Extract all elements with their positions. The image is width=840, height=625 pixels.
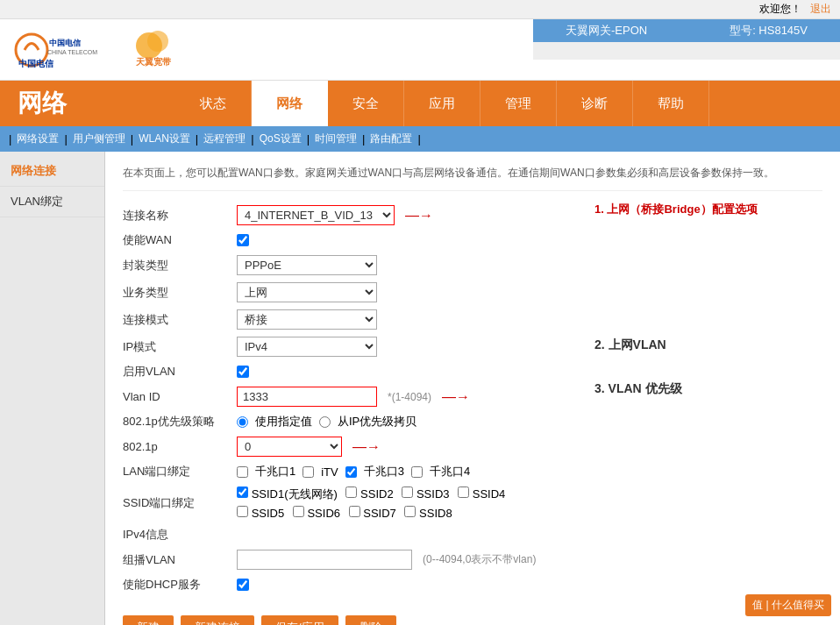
select-connection-name[interactable]: 4_INTERNET_B_VID_13 [237,205,395,225]
input-multicast-vlan[interactable] [237,550,412,570]
sub-nav: | 网络设置 | 用户侧管理 | WLAN设置 | 远程管理 | QoS设置 |… [0,126,840,152]
china-telecom-logo-icon: 中国电信 中国电信 CHINA TELECOM [14,28,119,72]
checkbox-enable-wan[interactable] [237,234,249,246]
field-8021p-strategy: 802.1p优先级策略 使用指定值 从IP优先级拷贝 [123,410,594,433]
sub-nav-time[interactable]: 时间管理 [310,130,362,148]
nav-item-app[interactable]: 应用 [404,81,481,126]
value-enable-wan [237,234,594,246]
checkbox-gigabit1[interactable] [237,466,248,478]
button-row: 新建 新建连接 保存/应用 删除 [123,607,594,625]
checkbox-ssid3[interactable] [402,487,413,498]
annotation-1-text: 1. 上网（桥接Bridge）配置选项 [594,202,758,217]
annotation-3: 3. VLAN 优先级 [594,381,682,397]
annotation-3-text: 3. VLAN 优先级 [594,381,682,397]
checkbox-enable-dhcp[interactable] [237,579,249,591]
label-vlan-id: Vlan ID [123,390,237,403]
field-enable-wan: 使能WAN [123,229,594,252]
radio-use-specified[interactable] [237,416,248,428]
logo-area: 中国电信 中国电信 CHINA TELECOM 天翼宽带 [14,28,210,72]
label-gigabit4: 千兆口4 [430,464,470,479]
field-service-type: 业务类型 上网 [123,279,594,306]
sub-nav-route[interactable]: 路由配置 [365,130,417,148]
label-ssid6: SSID6 [307,507,340,520]
sub-nav-remote[interactable]: 远程管理 [198,130,251,148]
checkbox-ssid4[interactable] [458,487,469,498]
sidebar-item-network-connection[interactable]: 网络连接 [0,156,104,187]
sub-nav-user-manage[interactable]: 用户侧管理 [68,130,131,148]
label-8021p-strategy: 802.1p优先级策略 [123,414,237,430]
label-connection-name: 连接名称 [123,208,237,224]
label-ssid8: SSID8 [419,507,452,520]
field-connection-name: 连接名称 4_INTERNET_B_VID_13 —→ [123,202,594,229]
annotation-2-text: 2. 上网VLAN [594,337,666,353]
main-content: 在本页面上，您可以配置WAN口参数。家庭网关通过WAN口与高层网络设备通信。在通… [105,152,840,625]
watermark-text: 值 | 什么值得买 [752,599,824,611]
ssid-row-2: SSID5 SSID6 SSID7 SSID8 [237,506,452,520]
top-bar: 欢迎您！ 退出 [0,0,840,19]
select-encap-type[interactable]: PPPoE [237,255,377,275]
ssid-row-1: SSID1(无线网络) SSID2 SSID3 SSID4 [237,487,505,502]
checkbox-enable-vlan[interactable] [237,366,249,378]
label-gigabit3: 千兆口3 [364,464,404,479]
nav-logo: 网络 [0,81,175,126]
field-connect-mode: 连接模式 桥接 [123,306,594,333]
checkbox-ssid8[interactable] [404,506,416,517]
checkbox-ssid6[interactable] [293,506,304,517]
select-ip-mode[interactable]: IPv4 [237,337,377,357]
label-gigabit1: 千兆口1 [255,464,295,479]
field-ipv4-info-header: IPv4信息 [123,523,594,546]
checkbox-gigabit3[interactable] [345,466,357,478]
checkbox-ssid5[interactable] [237,506,248,517]
value-8021p-strategy: 使用指定值 从IP优先级拷贝 [237,414,594,430]
value-8021p: 0 —→ [237,437,594,457]
value-lan-port-bind: 千兆口1 iTV 千兆口3 千兆口4 [237,464,594,479]
nav-menu: 状态 网络 安全 应用 管理 诊断 帮助 [175,81,840,126]
label-ssid-port-bind: SSID端口绑定 [123,495,237,511]
label-enable-vlan: 启用VLAN [123,364,237,380]
label-ssid2: SSID2 [360,487,394,501]
sidebar: 网络连接 VLAN绑定 [0,152,105,625]
logout-link[interactable]: 退出 [810,2,831,17]
label-encap-type: 封装类型 [123,258,237,273]
value-enable-vlan [237,366,594,378]
select-service-type[interactable]: 上网 [237,282,377,302]
nav-item-manage[interactable]: 管理 [481,81,557,126]
sub-nav-qos[interactable]: QoS设置 [254,130,307,148]
btn-save-apply[interactable]: 保存/应用 [261,615,338,625]
checkbox-ssid1[interactable] [237,487,248,498]
checkbox-itv[interactable] [303,466,314,478]
nav-item-help[interactable]: 帮助 [633,81,709,126]
page-description: 在本页面上，您可以配置WAN口参数。家庭网关通过WAN口与高层网络设备通信。在通… [123,165,822,191]
nav-item-status[interactable]: 状态 [175,81,252,126]
label-8021p: 802.1p [123,440,237,453]
arrow-icon-3: —→ [352,439,381,455]
radio-from-ip[interactable] [319,416,331,428]
checkbox-ssid7[interactable] [349,506,360,517]
select-connect-mode[interactable]: 桥接 [237,309,377,330]
select-8021p[interactable]: 0 [237,437,342,457]
nav-item-security[interactable]: 安全 [328,81,404,126]
label-ssid3: SSID3 [416,487,450,501]
btn-new[interactable]: 新建 [123,615,174,625]
label-ipv4-info: IPv4信息 [123,527,237,543]
vlan-id-hint: *(1-4094) [388,391,431,403]
btn-delete[interactable]: 删除 [345,615,396,625]
nav-item-network[interactable]: 网络 [252,81,328,126]
label-ip-mode: IP模式 [123,339,237,355]
value-ssid-port-bind: SSID1(无线网络) SSID2 SSID3 SSID4 SSID5 [237,487,594,520]
btn-new-connection[interactable]: 新建连接 [181,615,254,625]
checkbox-ssid2[interactable] [345,487,357,498]
input-vlan-id[interactable] [237,387,377,407]
arrow-icon-2: —→ [442,389,470,405]
nav-item-diagnose[interactable]: 诊断 [557,81,633,126]
value-connect-mode: 桥接 [237,309,594,330]
annotations-panel: 1. 上网（桥接Bridge）配置选项 2. 上网VLAN 3. VLAN 优先… [594,202,822,625]
arrow-icon-1: —→ [405,208,433,224]
sidebar-item-vlan-bind[interactable]: VLAN绑定 [0,187,104,217]
sub-nav-wlan[interactable]: WLAN设置 [133,130,196,148]
value-connection-name: 4_INTERNET_B_VID_13 —→ [237,205,594,225]
label-enable-dhcp: 使能DHCP服务 [123,577,237,593]
sub-nav-network-settings[interactable]: 网络设置 [11,130,64,148]
checkbox-gigabit4[interactable] [411,466,423,478]
label-ssid1: SSID1(无线网络) [252,487,338,501]
